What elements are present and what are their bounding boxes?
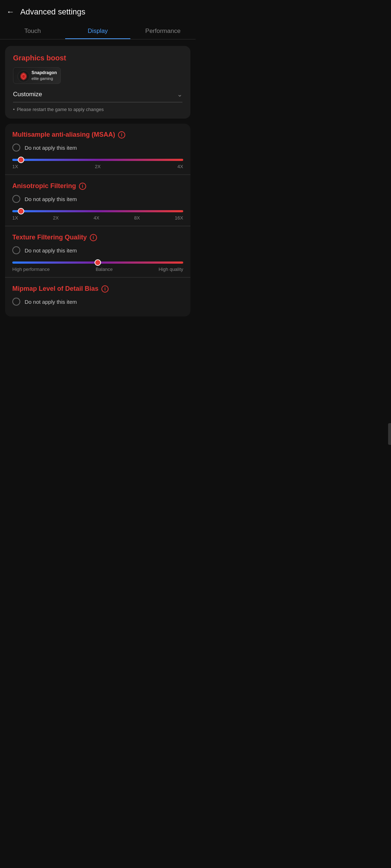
- settings-section: Multisample anti-aliasing (MSAA) i Do no…: [5, 124, 190, 316]
- msaa-slider-labels: 1X 2X 4X: [12, 164, 183, 169]
- msaa-radio-row: Do not apply this item: [12, 144, 183, 152]
- snapdragon-logo: [17, 70, 29, 81]
- msaa-radio[interactable]: [12, 144, 20, 152]
- snapdragon-text: Snapdragon elite gaming: [31, 70, 57, 81]
- msaa-title: Multisample anti-aliasing (MSAA): [12, 131, 115, 139]
- anisotropic-do-not-apply: Do not apply this item: [25, 196, 77, 202]
- customize-dropdown[interactable]: Customize ⌄: [13, 90, 182, 102]
- texture-label-high-quality: High quality: [159, 267, 183, 272]
- anisotropic-slider-track: [12, 210, 183, 212]
- msaa-info-icon[interactable]: i: [118, 131, 125, 139]
- msaa-title-row: Multisample anti-aliasing (MSAA) i: [12, 131, 183, 139]
- aniso-label-8x: 8X: [134, 215, 140, 221]
- tab-performance[interactable]: Performance: [130, 25, 196, 39]
- graphics-boost-card: Graphics boost Snapdragon elite gaming: [5, 46, 190, 119]
- aniso-label-4x: 4X: [93, 215, 99, 221]
- texture-info-icon[interactable]: i: [90, 234, 97, 241]
- anisotropic-radio[interactable]: [12, 195, 20, 203]
- tab-display[interactable]: Display: [65, 25, 130, 39]
- restart-note: Please restart the game to apply changes: [13, 107, 182, 112]
- mipmap-title-row: Mipmap Level of Detail Bias i: [12, 285, 183, 293]
- anisotropic-slider-thumb[interactable]: [18, 208, 24, 214]
- mipmap-do-not-apply: Do not apply this item: [25, 299, 77, 305]
- texture-label-high-perf: High performance: [12, 267, 50, 272]
- texture-title: Texture Filtering Quality: [12, 234, 87, 241]
- texture-do-not-apply: Do not apply this item: [25, 247, 77, 254]
- aniso-label-2x: 2X: [53, 215, 59, 221]
- tab-touch[interactable]: Touch: [0, 25, 65, 39]
- texture-radio[interactable]: [12, 246, 20, 254]
- customize-label: Customize: [13, 91, 42, 98]
- back-button[interactable]: ←: [7, 7, 14, 17]
- mipmap-block: Mipmap Level of Detail Bias i Do not app…: [5, 278, 190, 316]
- anisotropic-info-icon[interactable]: i: [79, 183, 86, 190]
- main-content: Graphics boost Snapdragon elite gaming: [0, 39, 196, 323]
- msaa-slider-thumb[interactable]: [18, 157, 24, 163]
- anisotropic-title-row: Anisotropic Filtering i: [12, 182, 183, 190]
- tab-bar: Touch Display Performance: [0, 21, 196, 39]
- mipmap-radio[interactable]: [12, 298, 20, 306]
- texture-slider-labels: High performance Balance High quality: [12, 267, 183, 272]
- texture-radio-row: Do not apply this item: [12, 246, 183, 254]
- anisotropic-block: Anisotropic Filtering i Do not apply thi…: [5, 175, 190, 226]
- anisotropic-slider[interactable]: 1X 2X 4X 8X 16X: [12, 209, 183, 221]
- texture-slider-thumb[interactable]: [94, 259, 101, 266]
- header: ← Advanced settings: [0, 0, 196, 21]
- page-title: Advanced settings: [20, 7, 85, 17]
- msaa-slider[interactable]: 1X 2X 4X: [12, 157, 183, 169]
- anisotropic-radio-row: Do not apply this item: [12, 195, 183, 203]
- mipmap-radio-row: Do not apply this item: [12, 298, 183, 306]
- svg-point-1: [22, 75, 25, 78]
- mipmap-title: Mipmap Level of Detail Bias: [12, 285, 98, 293]
- tab-active-indicator: [65, 38, 130, 39]
- msaa-do-not-apply: Do not apply this item: [25, 145, 77, 151]
- aniso-label-1x: 1X: [12, 215, 18, 221]
- texture-label-balance: Balance: [96, 267, 113, 272]
- msaa-block: Multisample anti-aliasing (MSAA) i Do no…: [5, 124, 190, 175]
- texture-title-row: Texture Filtering Quality i: [12, 234, 183, 241]
- graphics-boost-title: Graphics boost: [13, 54, 182, 62]
- snapdragon-badge: Snapdragon elite gaming: [13, 67, 61, 84]
- aniso-label-16x: 16X: [175, 215, 183, 221]
- anisotropic-slider-labels: 1X 2X 4X 8X 16X: [12, 215, 183, 221]
- texture-filtering-block: Texture Filtering Quality i Do not apply…: [5, 226, 190, 277]
- chevron-down-icon: ⌄: [177, 90, 182, 98]
- anisotropic-title: Anisotropic Filtering: [12, 182, 76, 190]
- msaa-slider-track: [12, 159, 183, 161]
- mipmap-info-icon[interactable]: i: [101, 285, 109, 293]
- texture-slider[interactable]: High performance Balance High quality: [12, 260, 183, 272]
